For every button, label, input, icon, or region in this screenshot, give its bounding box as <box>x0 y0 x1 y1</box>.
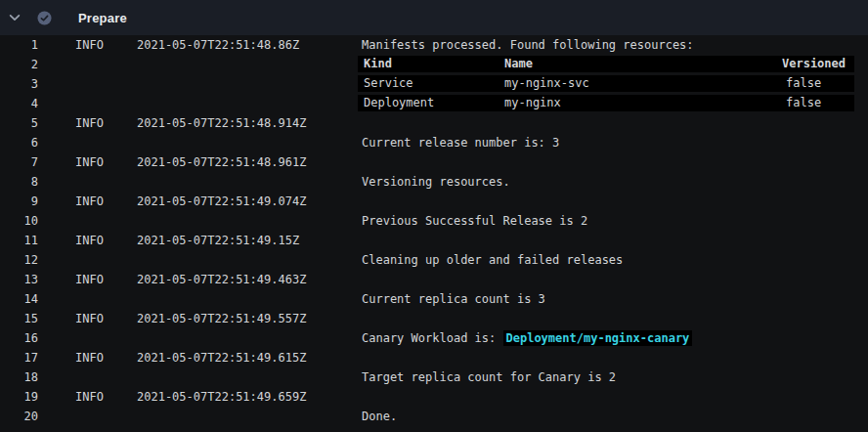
message-text: Current release number is: 3 <box>362 136 559 150</box>
log-line: 1INFO2021-05-07T22:51:48.86ZManifests pr… <box>0 35 868 55</box>
line-number: 18 <box>0 367 47 387</box>
log-message <box>358 231 868 250</box>
log-timestamp <box>137 211 358 231</box>
log-level: INFO <box>47 348 137 367</box>
resource-table-row: Deploymentmy-nginxfalse <box>358 95 854 111</box>
log-level <box>47 172 137 192</box>
log-line: 13INFO2021-05-07T22:51:49.463Z <box>0 270 868 289</box>
message-text: Manifests processed. Found following res… <box>362 38 694 52</box>
log-message <box>358 152 868 172</box>
line-number: 17 <box>0 348 47 367</box>
chevron-down-icon[interactable] <box>8 11 22 24</box>
log-line: 19INFO2021-05-07T22:51:49.659Z <box>0 387 868 407</box>
resource-table-header-row: KindNameVersioned <box>358 56 854 72</box>
line-number: 14 <box>0 289 47 309</box>
log-line: 9INFO2021-05-07T22:51:49.074Z <box>0 192 868 211</box>
log-line: 14Current replica count is 3 <box>0 289 868 309</box>
log-level: INFO <box>47 192 137 211</box>
line-number: 10 <box>0 211 47 231</box>
log-message: Versioning resources. <box>358 172 868 192</box>
log-line: 4Deploymentmy-nginxfalse <box>0 94 868 113</box>
table-cell: my-nginx <box>504 95 561 111</box>
log-line: 3Servicemy-nginx-svcfalse <box>0 74 868 94</box>
log-lines: 1INFO2021-05-07T22:51:48.86ZManifests pr… <box>0 35 868 426</box>
check-circle-icon <box>37 11 52 25</box>
line-number: 19 <box>0 387 47 407</box>
log-line: 6Current release number is: 3 <box>0 133 868 152</box>
log-level: INFO <box>47 387 137 407</box>
log-message: Current release number is: 3 <box>358 133 868 152</box>
table-cell: Deployment <box>364 95 434 111</box>
log-message <box>358 348 868 367</box>
log-timestamp <box>137 55 358 74</box>
log-timestamp <box>137 250 358 270</box>
log-timestamp: 2021-05-07T22:51:49.074Z <box>137 192 358 211</box>
line-number: 9 <box>0 192 47 211</box>
table-cell: my-nginx-svc <box>504 75 589 92</box>
log-line: 18Target replica count for Canary is 2 <box>0 367 868 387</box>
log-level <box>47 211 137 231</box>
log-message <box>358 387 868 407</box>
log-level <box>47 74 137 94</box>
line-number: 11 <box>0 231 47 250</box>
log-level: INFO <box>47 231 137 250</box>
line-number: 16 <box>0 328 47 348</box>
step-title: Prepare <box>78 11 127 25</box>
table-cell: false <box>786 95 821 111</box>
log-level: INFO <box>47 152 137 172</box>
log-level <box>47 94 137 113</box>
log-message: Servicemy-nginx-svcfalse <box>358 74 868 94</box>
log-timestamp <box>137 289 358 309</box>
log-timestamp <box>137 328 358 348</box>
log-line: 15INFO2021-05-07T22:51:49.557Z <box>0 309 868 328</box>
log-level <box>47 407 137 426</box>
log-message: Canary Workload is: Deployment/my-nginx-… <box>358 328 868 348</box>
log-level: INFO <box>47 113 137 133</box>
log-level: INFO <box>47 270 137 289</box>
line-number: 4 <box>0 94 47 113</box>
message-text: Cleaning up older and failed releases <box>362 253 623 267</box>
log-timestamp <box>137 74 358 94</box>
resource-table-row: Servicemy-nginx-svcfalse <box>358 75 854 92</box>
message-text: Done. <box>362 410 397 423</box>
log-level <box>47 328 137 348</box>
log-level <box>47 250 137 270</box>
message-text: Previous Successful Release is 2 <box>362 214 587 228</box>
message-text: Current replica count is 3 <box>362 292 545 306</box>
log-message <box>358 192 868 211</box>
log-message: Done. <box>358 407 868 426</box>
table-cell: Name <box>504 56 533 72</box>
log-line: 11INFO2021-05-07T22:51:49.15Z <box>0 231 868 250</box>
table-cell: Kind <box>364 56 392 72</box>
line-number: 6 <box>0 133 47 152</box>
log-level <box>47 55 137 74</box>
log-message <box>358 309 868 328</box>
log-timestamp: 2021-05-07T22:51:49.615Z <box>137 348 358 367</box>
log-timestamp: 2021-05-07T22:51:49.15Z <box>137 231 358 250</box>
table-cell: false <box>786 75 821 92</box>
log-message: KindNameVersioned <box>358 55 868 74</box>
log-line: 12Cleaning up older and failed releases <box>0 250 868 270</box>
log-message <box>358 270 868 289</box>
line-number: 2 <box>0 55 47 74</box>
log-message: Cleaning up older and failed releases <box>358 250 868 270</box>
log-line: 5INFO2021-05-07T22:51:48.914Z <box>0 113 868 133</box>
line-number: 15 <box>0 309 47 328</box>
log-line: 17INFO2021-05-07T22:51:49.615Z <box>0 348 868 367</box>
log-timestamp: 2021-05-07T22:51:49.463Z <box>137 270 358 289</box>
log-level <box>47 367 137 387</box>
log-timestamp: 2021-05-07T22:51:48.86Z <box>137 35 358 55</box>
log-message: Previous Successful Release is 2 <box>358 211 868 231</box>
line-number: 20 <box>0 407 47 426</box>
log-section-header[interactable]: Prepare <box>0 0 868 35</box>
table-cell: Service <box>364 75 413 92</box>
line-number: 8 <box>0 172 47 192</box>
log-line: 20Done. <box>0 407 868 426</box>
log-timestamp: 2021-05-07T22:51:49.557Z <box>137 309 358 328</box>
log-timestamp: 2021-05-07T22:51:49.659Z <box>137 387 358 407</box>
log-level: INFO <box>47 35 137 55</box>
highlighted-resource-name: Deployment/my-nginx-canary <box>503 330 693 346</box>
message-text: Target replica count for Canary is 2 <box>362 370 616 384</box>
log-line: 2KindNameVersioned <box>0 55 868 74</box>
log-level <box>47 133 137 152</box>
